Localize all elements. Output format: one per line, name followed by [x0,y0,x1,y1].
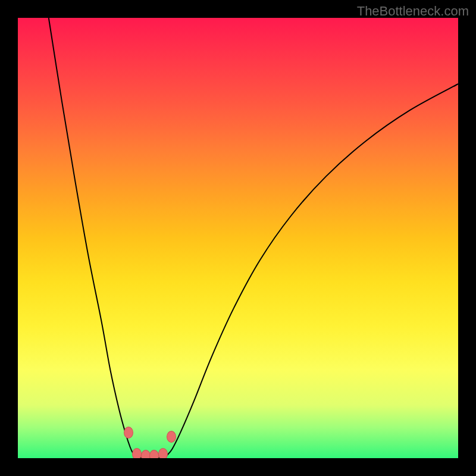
data-marker [158,448,168,458]
data-marker [132,448,142,458]
watermark-text: TheBottleneck.com [357,4,469,19]
data-marker [141,450,151,458]
data-marker [167,431,176,443]
data-marker [124,427,133,439]
plot-area [18,18,458,458]
chart-container: TheBottleneck.com [0,0,476,476]
marker-layer [18,18,458,458]
data-marker [149,450,159,458]
